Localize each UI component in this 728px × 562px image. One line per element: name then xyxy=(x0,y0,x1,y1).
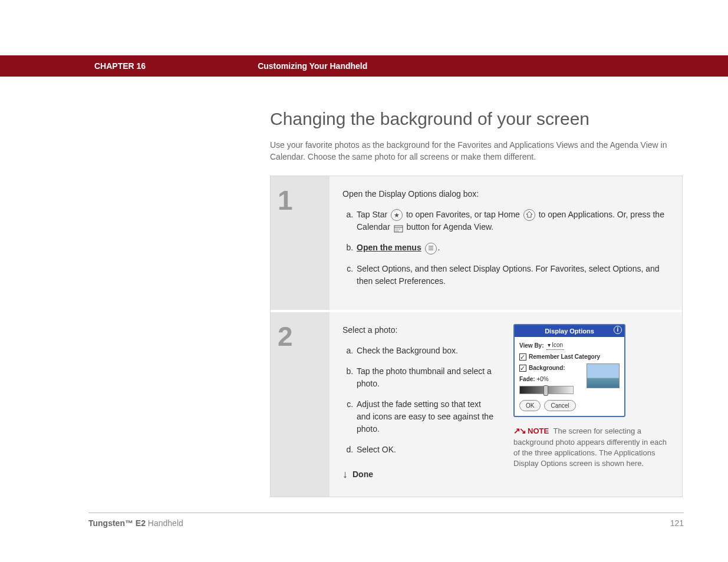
menu-icon xyxy=(425,243,437,254)
view-by-label: View By: xyxy=(519,341,544,350)
step-body: Open the Display Options dialog box: Tap… xyxy=(330,176,682,310)
slider-handle-icon[interactable] xyxy=(543,385,548,396)
footer-rule xyxy=(88,513,684,513)
substep-a: Check the Background box. xyxy=(355,345,496,357)
view-by-dropdown[interactable]: ▾ Icon xyxy=(546,340,565,350)
remember-label: Remember Last Category xyxy=(529,352,600,361)
background-label: Background: xyxy=(529,363,565,372)
open-menus-link[interactable]: Open the menus xyxy=(357,243,421,252)
fade-value: +0% xyxy=(536,376,548,382)
fade-label: Fade: xyxy=(519,376,535,382)
page-footer: Tungsten™ E2 Handheld 121 xyxy=(88,518,684,528)
remember-row: Remember Last Category xyxy=(519,352,620,361)
background-row: Background: xyxy=(519,363,584,372)
main-content: Changing the background of your screen U… xyxy=(270,109,683,497)
text-fragment: Tap Star xyxy=(357,210,390,219)
info-icon[interactable]: i xyxy=(614,326,622,334)
cancel-button[interactable]: Cancel xyxy=(544,400,575,411)
step-2-figure: Display Options i View By: ▾ Icon xyxy=(513,324,669,482)
fade-slider[interactable] xyxy=(519,386,574,394)
step-sublist: Check the Background box. Tap the photo … xyxy=(355,345,496,456)
chapter-title: Customizing Your Handheld xyxy=(258,61,367,71)
note-arrows-icon: ↗↘ xyxy=(513,425,525,437)
product-name: Tungsten™ E2 Handheld xyxy=(88,518,183,528)
fade-row: Fade: +0% xyxy=(519,375,584,384)
background-checkbox[interactable] xyxy=(519,365,526,372)
home-icon xyxy=(523,209,535,221)
down-arrow-icon: ↓ xyxy=(342,467,348,482)
product-rest: Handheld xyxy=(146,518,183,528)
step-sublist: Tap Star ★ to open Favorites, or tap Hom… xyxy=(355,209,669,287)
text-fragment: . xyxy=(438,243,440,252)
substep-a: Tap Star ★ to open Favorites, or tap Hom… xyxy=(355,209,669,233)
chapter-header: CHAPTER 16 Customizing Your Handheld xyxy=(0,55,728,77)
svg-rect-0 xyxy=(394,226,403,232)
step-body: Select a photo: Check the Background box… xyxy=(330,312,682,497)
star-icon: ★ xyxy=(391,209,403,221)
step-number: 2 xyxy=(271,312,330,497)
calendar-icon xyxy=(394,224,403,232)
view-by-value: Icon xyxy=(552,342,563,348)
steps-container: 1 Open the Display Options dialog box: T… xyxy=(270,176,683,497)
ok-button[interactable]: OK xyxy=(519,400,541,411)
svg-point-3 xyxy=(397,229,398,230)
svg-point-5 xyxy=(396,230,397,232)
dialog-titlebar: Display Options i xyxy=(515,325,624,338)
done-marker: ↓ Done xyxy=(342,467,496,482)
background-thumbnail[interactable] xyxy=(587,363,620,388)
step-2-instructions: Select a photo: Check the Background box… xyxy=(342,324,496,482)
dialog-title: Display Options xyxy=(545,328,594,335)
svg-point-2 xyxy=(396,229,397,230)
chapter-number: CHAPTER 16 xyxy=(94,61,146,71)
text-fragment: to open Favorites, or tap Home xyxy=(406,210,522,219)
substep-b: Open the menus . xyxy=(355,242,669,254)
substep-d: Select OK. xyxy=(355,444,496,456)
view-by-row: View By: ▾ Icon xyxy=(519,340,620,350)
step-number: 1 xyxy=(271,176,330,310)
substep-c: Adjust the fade setting so that text and… xyxy=(355,398,496,435)
step-lead: Select a photo: xyxy=(342,324,496,336)
page-number: 121 xyxy=(670,518,684,528)
product-bold: Tungsten™ E2 xyxy=(88,518,146,528)
text-fragment: button for Agenda View. xyxy=(407,222,494,232)
step-lead: Open the Display Options dialog box: xyxy=(342,188,669,200)
note-block: ↗↘NOTE The screen for selecting a backgr… xyxy=(513,425,669,469)
substep-c: Select Options, and then select Display … xyxy=(355,263,669,287)
done-label: Done xyxy=(353,468,373,481)
page-heading: Changing the background of your screen xyxy=(270,109,683,129)
page-intro: Use your favorite photos as the backgrou… xyxy=(270,140,683,163)
note-badge: NOTE xyxy=(528,427,549,435)
svg-point-6 xyxy=(397,230,398,232)
svg-point-4 xyxy=(399,229,400,230)
step-2: 2 Select a photo: Check the Background b… xyxy=(271,312,682,497)
substep-b: Tap the photo thumbnail and select a pho… xyxy=(355,365,496,390)
step-1: 1 Open the Display Options dialog box: T… xyxy=(271,176,682,312)
display-options-dialog: Display Options i View By: ▾ Icon xyxy=(513,324,625,418)
remember-checkbox[interactable] xyxy=(519,353,526,361)
